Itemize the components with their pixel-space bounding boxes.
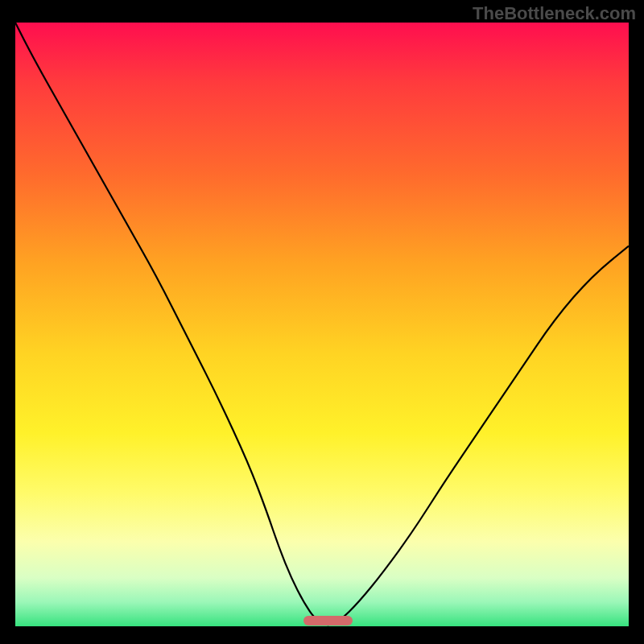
- bottleneck-curve: [15, 23, 629, 626]
- attribution-label: TheBottleneck.com: [473, 3, 636, 24]
- minimum-marker: [303, 616, 353, 625]
- plot-area: [15, 23, 629, 626]
- chart-frame: TheBottleneck.com: [0, 0, 644, 644]
- curve-path: [15, 23, 629, 625]
